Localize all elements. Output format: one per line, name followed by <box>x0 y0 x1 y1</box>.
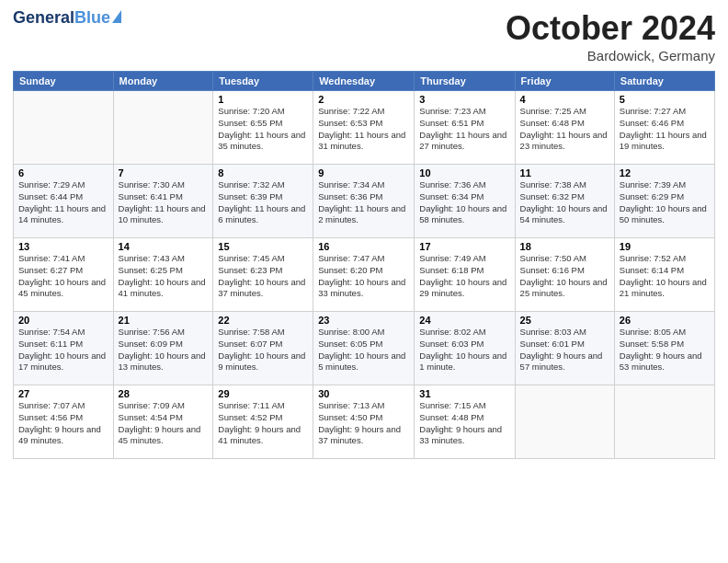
col-saturday: Saturday <box>614 72 714 91</box>
day-info: Sunrise: 7:39 AM Sunset: 6:29 PM Dayligh… <box>620 179 710 226</box>
table-row: 25Sunrise: 8:03 AM Sunset: 6:01 PM Dayli… <box>515 312 614 385</box>
day-info: Sunrise: 7:50 AM Sunset: 6:16 PM Dayligh… <box>520 253 609 300</box>
table-row: 31Sunrise: 7:15 AM Sunset: 4:48 PM Dayli… <box>415 385 515 459</box>
header: GeneralBlue October 2024 Bardowick, Germ… <box>13 9 715 63</box>
table-row: 22Sunrise: 7:58 AM Sunset: 6:07 PM Dayli… <box>213 312 313 385</box>
day-number: 21 <box>119 315 209 326</box>
day-info: Sunrise: 7:49 AM Sunset: 6:18 PM Dayligh… <box>419 253 509 300</box>
table-row <box>14 91 114 165</box>
day-info: Sunrise: 7:38 AM Sunset: 6:32 PM Dayligh… <box>520 179 609 226</box>
table-row: 14Sunrise: 7:43 AM Sunset: 6:25 PM Dayli… <box>113 238 213 312</box>
day-number: 22 <box>218 315 308 326</box>
day-number: 6 <box>18 167 108 178</box>
day-number: 15 <box>218 241 308 252</box>
day-info: Sunrise: 7:15 AM Sunset: 4:48 PM Dayligh… <box>419 400 509 447</box>
table-row: 12Sunrise: 7:39 AM Sunset: 6:29 PM Dayli… <box>614 165 714 238</box>
day-number: 19 <box>620 241 710 252</box>
table-row: 21Sunrise: 7:56 AM Sunset: 6:09 PM Dayli… <box>113 312 213 385</box>
table-row: 29Sunrise: 7:11 AM Sunset: 4:52 PM Dayli… <box>213 385 313 459</box>
logo-text: GeneralBlue <box>13 9 110 28</box>
col-tuesday: Tuesday <box>213 72 313 91</box>
table-row: 5Sunrise: 7:27 AM Sunset: 6:46 PM Daylig… <box>614 91 714 165</box>
day-number: 31 <box>419 388 509 399</box>
day-number: 1 <box>218 94 308 105</box>
col-monday: Monday <box>113 72 213 91</box>
day-info: Sunrise: 7:32 AM Sunset: 6:39 PM Dayligh… <box>218 179 308 226</box>
table-row <box>515 385 614 459</box>
table-row: 19Sunrise: 7:52 AM Sunset: 6:14 PM Dayli… <box>614 238 714 312</box>
day-info: Sunrise: 7:23 AM Sunset: 6:51 PM Dayligh… <box>419 106 509 153</box>
day-number: 26 <box>620 315 710 326</box>
col-wednesday: Wednesday <box>313 72 415 91</box>
day-info: Sunrise: 7:36 AM Sunset: 6:34 PM Dayligh… <box>419 179 509 226</box>
logo-icon <box>112 10 121 23</box>
day-number: 29 <box>218 388 308 399</box>
month-title: October 2024 <box>506 9 715 48</box>
table-row: 24Sunrise: 8:02 AM Sunset: 6:03 PM Dayli… <box>415 312 515 385</box>
day-info: Sunrise: 7:58 AM Sunset: 6:07 PM Dayligh… <box>218 327 308 373</box>
day-number: 7 <box>119 167 209 178</box>
day-number: 28 <box>119 388 209 399</box>
table-row: 2Sunrise: 7:22 AM Sunset: 6:53 PM Daylig… <box>313 91 415 165</box>
table-row <box>614 385 714 459</box>
day-info: Sunrise: 7:45 AM Sunset: 6:23 PM Dayligh… <box>218 253 308 300</box>
table-row: 23Sunrise: 8:00 AM Sunset: 6:05 PM Dayli… <box>313 312 415 385</box>
col-friday: Friday <box>515 72 614 91</box>
location: Bardowick, Germany <box>506 48 715 63</box>
day-info: Sunrise: 7:54 AM Sunset: 6:11 PM Dayligh… <box>18 327 108 373</box>
table-row: 7Sunrise: 7:30 AM Sunset: 6:41 PM Daylig… <box>113 165 213 238</box>
day-number: 23 <box>318 315 409 326</box>
day-info: Sunrise: 7:41 AM Sunset: 6:27 PM Dayligh… <box>18 253 108 300</box>
day-info: Sunrise: 7:20 AM Sunset: 6:55 PM Dayligh… <box>218 106 308 153</box>
col-sunday: Sunday <box>14 72 114 91</box>
day-number: 16 <box>318 241 409 252</box>
day-number: 20 <box>18 315 108 326</box>
day-info: Sunrise: 7:43 AM Sunset: 6:25 PM Dayligh… <box>119 253 209 300</box>
day-info: Sunrise: 7:11 AM Sunset: 4:52 PM Dayligh… <box>218 400 308 447</box>
table-row: 11Sunrise: 7:38 AM Sunset: 6:32 PM Dayli… <box>515 165 614 238</box>
col-thursday: Thursday <box>415 72 515 91</box>
day-info: Sunrise: 7:09 AM Sunset: 4:54 PM Dayligh… <box>119 400 209 447</box>
day-number: 11 <box>520 167 609 178</box>
day-info: Sunrise: 8:00 AM Sunset: 6:05 PM Dayligh… <box>318 327 409 373</box>
day-number: 14 <box>119 241 209 252</box>
table-row: 4Sunrise: 7:25 AM Sunset: 6:48 PM Daylig… <box>515 91 614 165</box>
day-number: 3 <box>419 94 509 105</box>
table-row: 27Sunrise: 7:07 AM Sunset: 4:56 PM Dayli… <box>14 385 114 459</box>
day-number: 9 <box>318 167 409 178</box>
day-info: Sunrise: 7:56 AM Sunset: 6:09 PM Dayligh… <box>119 327 209 373</box>
day-number: 27 <box>18 388 108 399</box>
day-info: Sunrise: 7:13 AM Sunset: 4:50 PM Dayligh… <box>318 400 409 447</box>
day-number: 10 <box>419 167 509 178</box>
day-info: Sunrise: 8:02 AM Sunset: 6:03 PM Dayligh… <box>419 327 509 373</box>
day-info: Sunrise: 7:29 AM Sunset: 6:44 PM Dayligh… <box>18 179 108 226</box>
calendar: Sunday Monday Tuesday Wednesday Thursday… <box>13 71 715 459</box>
day-number: 8 <box>218 167 308 178</box>
day-info: Sunrise: 7:27 AM Sunset: 6:46 PM Dayligh… <box>620 106 710 153</box>
table-row: 6Sunrise: 7:29 AM Sunset: 6:44 PM Daylig… <box>14 165 114 238</box>
table-row <box>113 91 213 165</box>
day-number: 30 <box>318 388 409 399</box>
table-row: 8Sunrise: 7:32 AM Sunset: 6:39 PM Daylig… <box>213 165 313 238</box>
table-row: 26Sunrise: 8:05 AM Sunset: 5:58 PM Dayli… <box>614 312 714 385</box>
day-number: 17 <box>419 241 509 252</box>
table-row: 3Sunrise: 7:23 AM Sunset: 6:51 PM Daylig… <box>415 91 515 165</box>
table-row: 15Sunrise: 7:45 AM Sunset: 6:23 PM Dayli… <box>213 238 313 312</box>
day-info: Sunrise: 7:07 AM Sunset: 4:56 PM Dayligh… <box>18 400 108 447</box>
day-number: 4 <box>520 94 609 105</box>
table-row: 10Sunrise: 7:36 AM Sunset: 6:34 PM Dayli… <box>415 165 515 238</box>
day-number: 13 <box>18 241 108 252</box>
table-row: 16Sunrise: 7:47 AM Sunset: 6:20 PM Dayli… <box>313 238 415 312</box>
table-row: 9Sunrise: 7:34 AM Sunset: 6:36 PM Daylig… <box>313 165 415 238</box>
day-info: Sunrise: 8:03 AM Sunset: 6:01 PM Dayligh… <box>520 327 609 373</box>
table-row: 20Sunrise: 7:54 AM Sunset: 6:11 PM Dayli… <box>14 312 114 385</box>
table-row: 17Sunrise: 7:49 AM Sunset: 6:18 PM Dayli… <box>415 238 515 312</box>
day-info: Sunrise: 7:22 AM Sunset: 6:53 PM Dayligh… <box>318 106 409 153</box>
table-row: 13Sunrise: 7:41 AM Sunset: 6:27 PM Dayli… <box>14 238 114 312</box>
table-row: 30Sunrise: 7:13 AM Sunset: 4:50 PM Dayli… <box>313 385 415 459</box>
day-number: 24 <box>419 315 509 326</box>
table-row: 18Sunrise: 7:50 AM Sunset: 6:16 PM Dayli… <box>515 238 614 312</box>
day-info: Sunrise: 7:52 AM Sunset: 6:14 PM Dayligh… <box>620 253 710 300</box>
table-row: 1Sunrise: 7:20 AM Sunset: 6:55 PM Daylig… <box>213 91 313 165</box>
day-number: 2 <box>318 94 409 105</box>
